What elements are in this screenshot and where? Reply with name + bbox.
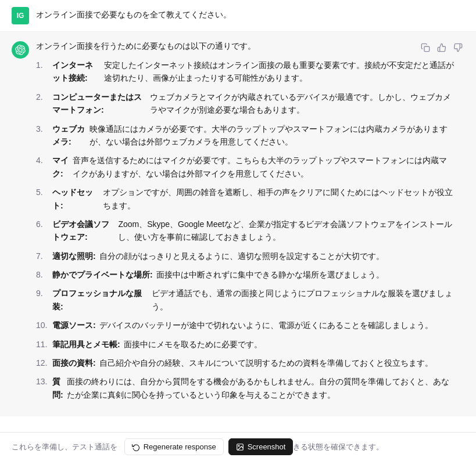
response-list: インターネット接続: 安定したインターネット接続はオンライン面接の最も重要な要素… xyxy=(36,59,454,401)
list-item: 筆記用具とメモ帳: 面接中にメモを取るために必要です。 xyxy=(36,338,454,351)
screenshot-button[interactable]: Screenshot xyxy=(228,438,294,455)
list-item: マイク: 音声を送信するためにはマイクが必要です。こちらも大半のラップトップやス… xyxy=(36,154,454,180)
thumbdown-button[interactable] xyxy=(452,41,464,54)
list-item: 電源ソース: デバイスのバッテリーが途中で切れないように、電源が近くにあることを… xyxy=(36,319,454,332)
user-message-row: IG オンライン面接で必要なものを全て教えてください。 xyxy=(0,0,476,32)
svg-point-2 xyxy=(238,445,239,446)
bottom-partial-text: これらを準備し、テスト通話を xyxy=(12,442,117,452)
list-item: 質問: 面接の終わりには、自分から質問をする機会があるかもしれません。自分の質問… xyxy=(36,375,454,401)
list-item: ヘッドセット: オプションですが、周囲の雑音を遮断し、相手の声をクリアに聞くため… xyxy=(36,186,454,212)
list-item: コンピューターまたはスマートフォン: ウェブカメラとマイクが内蔵されているデバイ… xyxy=(36,91,454,117)
bottom-continue-text: きる状態を確保できます。 xyxy=(293,442,384,452)
list-item: 面接の資料: 自己紹介や自分の経験、スキルについて説明するための資料を準備してお… xyxy=(36,356,454,369)
ai-response-content: オンライン面接を行うために必要なものは以下の通りです。 インターネット接続: 安… xyxy=(36,41,454,407)
ai-avatar xyxy=(12,41,29,59)
bottom-bar: これらを準備し、テスト通話を Regenerate response Scree… xyxy=(0,432,476,461)
regenerate-icon xyxy=(132,443,140,451)
list-item: 適切な照明: 自分の顔がはっきりと見えるように、適切な照明を設定することが大切で… xyxy=(36,250,454,262)
list-item: 静かでプライベートな場所: 面接中は中断されずに集中できる静かな場所を選びましょ… xyxy=(36,268,454,281)
thumbup-button[interactable] xyxy=(435,41,448,54)
svg-rect-0 xyxy=(424,46,430,52)
ai-response-area: オンライン面接を行うために必要なものは以下の通りです。 インターネット接続: 安… xyxy=(0,32,476,416)
ai-action-buttons xyxy=(419,41,464,54)
copy-button[interactable] xyxy=(419,41,432,54)
list-item: ウェブカメラ: 映像通話にはカメラが必要です。大半のラップトップやスマートフォン… xyxy=(36,123,454,149)
user-avatar: IG xyxy=(12,7,29,24)
list-item: ビデオ会議ソフトウェア: Zoom、Skype、Google Meetなど、企業… xyxy=(36,218,454,244)
screenshot-icon xyxy=(236,443,244,451)
bottom-ellipsis xyxy=(117,442,120,451)
ai-response-intro: オンライン面接を行うために必要なものは以下の通りです。 xyxy=(36,41,454,52)
regenerate-button[interactable]: Regenerate response xyxy=(124,438,224,455)
list-item: プロフェッショナルな服装: ビデオ通話でも、通常の面接と同じようにプロフェッショ… xyxy=(36,287,454,313)
list-item: インターネット接続: 安定したインターネット接続はオンライン面接の最も重要な要素… xyxy=(36,59,454,85)
user-message-text: オンライン面接で必要なものを全て教えてください。 xyxy=(36,7,231,20)
